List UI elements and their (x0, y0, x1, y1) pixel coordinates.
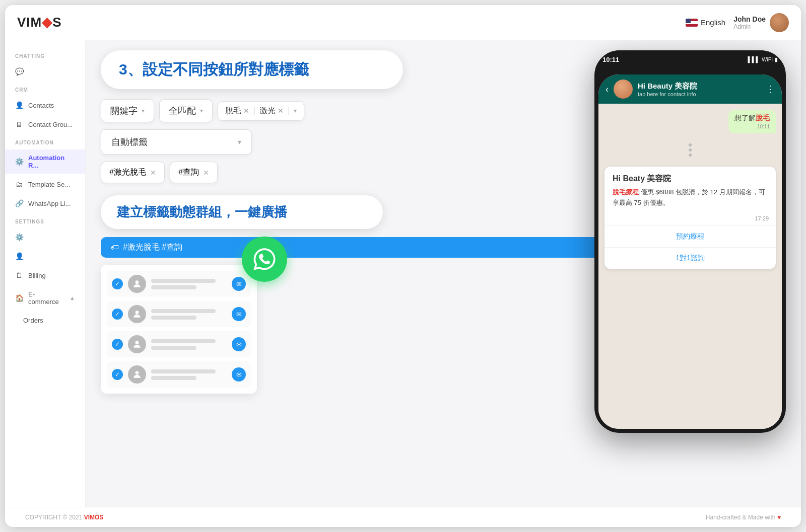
topbar-right: English John Doe Admin (686, 13, 789, 32)
automation-icon: ⚙️ (15, 158, 23, 166)
table-row: ✓ ✉ (107, 271, 251, 297)
logo: VIM◆S (17, 15, 62, 30)
dot-3 (689, 154, 692, 157)
tag-2-remove[interactable]: ✕ (278, 107, 284, 115)
callout-2: 建立標籤動態群組，一鍵廣播 (101, 195, 383, 229)
tag-1-remove[interactable]: ✕ (243, 107, 249, 115)
contact-lines-4 (151, 369, 227, 380)
broadcast-tag-label: #激光脫毛 #查詢 (123, 242, 182, 253)
user-role: Admin (733, 23, 766, 30)
contact-msg-1[interactable]: ✉ (232, 277, 246, 291)
heart-icon: ♥ (777, 514, 781, 521)
contact-msg-4[interactable]: ✉ (232, 367, 246, 382)
sidebar-item-billing[interactable]: 🗒 Billing (5, 267, 85, 284)
template-icon: 🗂 (15, 180, 23, 188)
callout-1-text: 3、設定不同按鈕所對應標籤 (119, 59, 309, 80)
contact-avatar-2 (128, 305, 146, 323)
wa-outgoing-bubble: 想了解脫毛 10:11 (728, 110, 776, 133)
expand-tags-icon[interactable]: ▾ (294, 107, 297, 114)
sidebar-item-ecommerce[interactable]: 🏠 E-commerce ▲ (5, 286, 85, 310)
sidebar-item-chatting[interactable]: 💬 (5, 63, 85, 80)
auto-label-select[interactable]: 自動標籤 ▾ (101, 129, 252, 155)
tag-pill-2[interactable]: #查詢 ✕ (170, 162, 218, 183)
contact-msg-3[interactable]: ✉ (232, 337, 246, 351)
ecommerce-expand-icon: ▲ (70, 295, 75, 301)
sidebar-item-settings2[interactable]: 👤 (5, 248, 85, 265)
match-label: 全匹配 (169, 105, 196, 117)
language-label: English (701, 18, 725, 27)
topbar: VIM◆S English John Doe Admin (5, 5, 801, 40)
contact-check-2: ✓ (112, 309, 123, 320)
contact-line (151, 346, 196, 350)
contacts-icon: 👤 (15, 101, 23, 109)
sidebar-item-contact-groups[interactable]: 🖥 Contact Grou... (5, 116, 85, 133)
contact-lines-3 (151, 339, 227, 350)
svg-point-2 (136, 341, 139, 344)
sidebar-item-contacts[interactable]: 👤 Contacts (5, 97, 85, 114)
bubble-time: 10:11 (734, 124, 770, 129)
settings1-icon: ⚙️ (15, 233, 23, 241)
contact-msg-2[interactable]: ✉ (232, 307, 246, 321)
wa-card-btn-1[interactable]: 預約療程 (604, 225, 776, 247)
table-row: ✓ ✉ (107, 331, 251, 357)
tag-2: 激光 ✕ (259, 106, 284, 116)
contact-check-3: ✓ (112, 339, 123, 350)
dot-2 (689, 148, 692, 151)
sidebar-item-orders[interactable]: Orders (5, 312, 85, 329)
sidebar-section-crm: CRM (5, 82, 85, 95)
contact-line (151, 376, 196, 380)
wa-contact-subtitle: tap here for contact info (638, 91, 761, 97)
settings2-icon: 👤 (15, 252, 23, 260)
contact-line (151, 369, 216, 373)
phone-time: 10:11 (602, 56, 619, 63)
contact-line (151, 309, 216, 313)
language-selector[interactable]: English (686, 18, 725, 27)
signal-icon: ▌▌▌ (748, 56, 760, 62)
sidebar-item-settings1[interactable]: ⚙️ (5, 229, 85, 246)
broadcast-tag-icon: 🏷 (111, 243, 119, 252)
callout-1: 3、設定不同按鈕所對應標籤 (101, 50, 403, 89)
footer-brand: VIMOS (84, 514, 104, 521)
match-dropdown[interactable]: 全匹配 ▾ (159, 99, 213, 122)
ecommerce-icon: 🏠 (15, 294, 23, 302)
tag-pill-2-remove[interactable]: ✕ (203, 169, 209, 177)
copyright-text: COPYRIGHT © 2021 (25, 514, 82, 521)
sidebar-item-automation[interactable]: ⚙️ Automation R... (5, 149, 85, 174)
whatsapp-link-icon: 🔗 (15, 199, 23, 207)
billing-icon: 🗒 (15, 271, 23, 279)
tag-pill-1[interactable]: #激光脫毛 ✕ (101, 162, 165, 183)
back-button[interactable]: ‹ (606, 84, 609, 95)
flag-icon (686, 19, 698, 27)
wa-menu-icon[interactable]: ⋮ (766, 84, 775, 95)
wifi-icon: WiFi (762, 56, 773, 62)
contact-check-1: ✓ (112, 278, 123, 289)
dot-1 (689, 143, 692, 146)
sidebar-item-whatsapp[interactable]: 🔗 WhatsApp Li... (5, 195, 85, 212)
tag-1-label: 脫毛 (225, 106, 241, 116)
chevron-down-icon-2: ▾ (200, 107, 203, 114)
keyword-dropdown[interactable]: 關鍵字 ▾ (101, 99, 154, 122)
wa-chat-area: 想了解脫毛 10:11 (598, 104, 782, 429)
sidebar: CHATTING 💬 CRM 👤 Contacts 🖥 Contact Grou… (5, 40, 86, 507)
user-name: John Doe (733, 15, 766, 23)
wa-message-card: Hi Beaty 美容院 脫毛療程 優惠 $6888 包脱清，於 12 月期間報… (604, 167, 776, 269)
content-area: 3、設定不同按鈕所對應標籤 關鍵字 ▾ 全匹配 ▾ 脫毛 (86, 40, 801, 507)
avatar (770, 13, 789, 32)
whatsapp-link-label: WhatsApp Li... (28, 200, 71, 207)
tag-1: 脫毛 ✕ (225, 106, 249, 116)
contact-check-4: ✓ (112, 369, 123, 380)
sidebar-item-template[interactable]: 🗂 Template Se... (5, 176, 85, 193)
wa-card-time: 17:29 (604, 215, 776, 225)
wa-card-btn-2[interactable]: 1對1諮詢 (604, 247, 776, 269)
tagline-text: Hand-crafted & Made with (706, 514, 776, 521)
tag-pill-1-remove[interactable]: ✕ (150, 169, 156, 177)
contact-groups-label: Contact Grou... (28, 121, 73, 128)
table-row: ✓ ✉ (107, 301, 251, 327)
phone-status: ▌▌▌ WiFi ▮ (748, 56, 778, 63)
wa-contact-avatar (614, 80, 633, 99)
wa-contact-info: Hi Beauty 美容院 tap here for contact info (638, 82, 761, 97)
contact-line (151, 316, 196, 320)
logo-accent: ◆ (42, 15, 52, 30)
callout-2-text: 建立標籤動態群組，一鍵廣播 (117, 203, 287, 221)
sidebar-section-automation: AUTOMATION (5, 135, 85, 147)
